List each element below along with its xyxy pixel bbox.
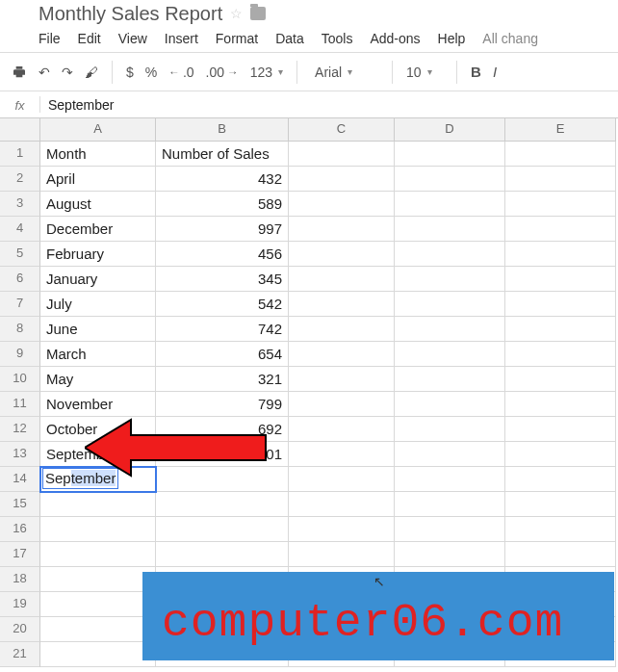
cell[interactable] [40, 567, 156, 592]
menu-file[interactable]: File [39, 31, 61, 46]
cell[interactable] [40, 592, 156, 617]
cell[interactable] [505, 192, 616, 217]
font-family-dropdown[interactable]: Arial [311, 65, 378, 80]
row-header[interactable]: 21 [0, 642, 40, 667]
cell[interactable]: 432 [156, 167, 289, 192]
cell[interactable] [395, 267, 505, 292]
cell[interactable]: January [40, 267, 156, 292]
menu-insert[interactable]: Insert [165, 31, 198, 46]
row-header[interactable]: 13 [0, 442, 40, 467]
formula-input[interactable] [40, 95, 618, 115]
row-header[interactable]: 9 [0, 342, 40, 367]
column-header-D[interactable]: D [395, 118, 505, 142]
cell[interactable] [156, 467, 289, 492]
cell[interactable]: 589 [156, 192, 289, 217]
cell[interactable]: 654 [156, 342, 289, 367]
column-header-C[interactable]: C [289, 118, 395, 142]
cell[interactable]: 742 [156, 317, 289, 342]
column-header-B[interactable]: B [156, 118, 289, 142]
menu-data[interactable]: Data [275, 31, 304, 46]
cell[interactable] [395, 142, 505, 167]
row-header[interactable]: 2 [0, 167, 40, 192]
cell[interactable] [395, 242, 505, 267]
cell[interactable]: September [40, 442, 156, 467]
cell[interactable] [395, 542, 505, 567]
cell[interactable] [289, 492, 395, 517]
cell[interactable]: March [40, 342, 156, 367]
cell[interactable] [505, 392, 616, 417]
row-header[interactable]: 14 [0, 467, 40, 492]
cell[interactable] [156, 492, 289, 517]
cell[interactable] [289, 392, 395, 417]
font-size-dropdown[interactable]: 10 [406, 65, 443, 80]
cell[interactable] [505, 542, 616, 567]
cell[interactable] [395, 217, 505, 242]
cell[interactable] [395, 517, 505, 542]
undo-icon[interactable]: ↶ [39, 65, 50, 80]
cell[interactable] [505, 167, 616, 192]
cell[interactable]: 692 [156, 417, 289, 442]
row-header[interactable]: 12 [0, 417, 40, 442]
cell[interactable]: 799 [156, 392, 289, 417]
cell[interactable] [156, 542, 289, 567]
cell[interactable] [505, 417, 616, 442]
paint-format-icon[interactable]: 🖌 [85, 65, 98, 80]
cell[interactable] [505, 267, 616, 292]
cell[interactable] [395, 417, 505, 442]
cell[interactable] [40, 617, 156, 642]
star-icon[interactable]: ☆ [230, 6, 243, 21]
cell[interactable] [505, 242, 616, 267]
row-header[interactable]: 8 [0, 317, 40, 342]
column-header-A[interactable]: A [40, 118, 156, 142]
cell[interactable] [395, 492, 505, 517]
cell[interactable] [156, 517, 289, 542]
last-edit-link[interactable]: All chang [482, 31, 538, 46]
cell[interactable] [289, 542, 395, 567]
cell[interactable] [395, 192, 505, 217]
cell[interactable]: October [40, 417, 156, 442]
row-header[interactable]: 15 [0, 492, 40, 517]
row-header[interactable]: 11 [0, 392, 40, 417]
cell[interactable]: Month [40, 142, 156, 167]
menu-edit[interactable]: Edit [78, 31, 101, 46]
cell[interactable] [40, 642, 156, 667]
cell[interactable]: 456 [156, 242, 289, 267]
cell[interactable] [289, 267, 395, 292]
print-icon[interactable] [12, 65, 27, 80]
decrease-decimal-button[interactable]: ←.0 [168, 65, 193, 80]
cell[interactable] [395, 392, 505, 417]
cell[interactable] [289, 517, 395, 542]
cell[interactable] [289, 467, 395, 492]
row-header[interactable]: 10 [0, 367, 40, 392]
cell[interactable]: 542 [156, 292, 289, 317]
italic-button[interactable]: I [493, 64, 497, 80]
cell[interactable] [395, 467, 505, 492]
cell[interactable] [505, 217, 616, 242]
cell[interactable] [395, 442, 505, 467]
menu-help[interactable]: Help [438, 31, 466, 46]
row-header[interactable]: 16 [0, 517, 40, 542]
cell[interactable]: February [40, 242, 156, 267]
increase-decimal-button[interactable]: .00→ [206, 65, 239, 80]
percent-button[interactable]: % [145, 65, 157, 80]
cell[interactable] [40, 542, 156, 567]
cell[interactable] [289, 242, 395, 267]
cell[interactable]: April [40, 167, 156, 192]
cell[interactable]: November [40, 392, 156, 417]
cell[interactable] [505, 492, 616, 517]
row-header[interactable]: 7 [0, 292, 40, 317]
cell[interactable] [505, 142, 616, 167]
cell[interactable]: 997 [156, 217, 289, 242]
row-header[interactable]: 18 [0, 567, 40, 592]
row-header[interactable]: 4 [0, 217, 40, 242]
cell[interactable]: July [40, 292, 156, 317]
cell[interactable]: June [40, 317, 156, 342]
cell[interactable] [289, 292, 395, 317]
cell[interactable] [289, 317, 395, 342]
autocomplete-popup[interactable]: September [42, 468, 118, 489]
row-header[interactable]: 3 [0, 192, 40, 217]
cell[interactable]: December [40, 217, 156, 242]
menu-tools[interactable]: Tools [322, 31, 353, 46]
menu-format[interactable]: Format [216, 31, 258, 46]
redo-icon[interactable]: ↷ [62, 65, 73, 80]
